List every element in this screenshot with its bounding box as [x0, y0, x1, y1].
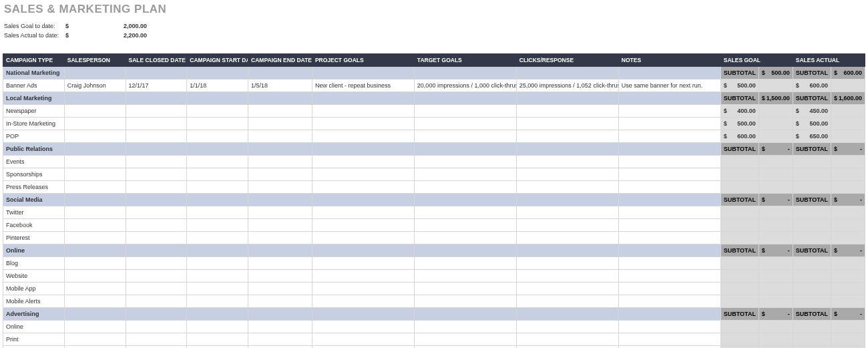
cell-sale-closed[interactable] [126, 130, 187, 143]
cell-sales-actual-blank[interactable] [831, 321, 865, 333]
cell-campaign-type[interactable]: Print [3, 333, 65, 346]
cell-sales-goal-label[interactable] [720, 295, 758, 308]
cell-salesperson[interactable] [64, 308, 126, 321]
cell-project-goals[interactable] [312, 308, 414, 321]
cell-campaign-type[interactable]: Events [3, 156, 65, 168]
cell-sales-goal-label[interactable] [720, 156, 758, 168]
cell-sale-closed[interactable] [126, 143, 187, 156]
cell-salesperson[interactable] [64, 143, 126, 156]
cell-salesperson[interactable] [64, 321, 126, 333]
cell-campaign-end[interactable] [248, 143, 312, 156]
cell-campaign-type[interactable]: Press Releases [3, 181, 65, 194]
cell-clicks-response[interactable] [516, 194, 618, 206]
cell-campaign-end[interactable] [248, 270, 312, 283]
cell-project-goals[interactable] [312, 270, 414, 283]
cell-campaign-end[interactable]: 1/5/18 [248, 79, 312, 92]
cell-sales-actual-label[interactable] [793, 346, 831, 349]
cell-sale-closed[interactable] [126, 181, 187, 194]
cell-sale-closed[interactable] [126, 283, 187, 295]
cell-campaign-start[interactable] [187, 206, 248, 219]
cell-target-goals[interactable] [414, 143, 516, 156]
cell-target-goals[interactable] [414, 333, 516, 346]
cell-campaign-start[interactable] [187, 270, 248, 283]
cell-clicks-response[interactable] [516, 92, 618, 105]
cell-sales-actual-label[interactable] [793, 295, 831, 308]
cell-campaign-start[interactable] [187, 143, 248, 156]
cell-salesperson[interactable] [64, 346, 126, 349]
cell-project-goals[interactable] [312, 333, 414, 346]
cell-target-goals[interactable] [414, 257, 516, 270]
cell-sales-actual-label[interactable] [793, 156, 831, 168]
cell-notes[interactable] [618, 232, 720, 244]
cell-target-goals[interactable] [414, 219, 516, 232]
cell-clicks-response[interactable] [516, 295, 618, 308]
cell-project-goals[interactable] [312, 219, 414, 232]
cell-target-goals[interactable] [414, 92, 516, 105]
cell-notes[interactable] [618, 130, 720, 143]
cell-campaign-end[interactable] [248, 67, 312, 79]
cell-sales-actual-blank[interactable] [831, 168, 865, 181]
cell-sales-actual-label[interactable] [793, 232, 831, 244]
cell-salesperson[interactable] [64, 232, 126, 244]
cell-sale-closed[interactable] [126, 257, 187, 270]
cell-salesperson[interactable] [64, 130, 126, 143]
cell-campaign-start[interactable] [187, 333, 248, 346]
cell-clicks-response[interactable] [516, 308, 618, 321]
cell-clicks-response[interactable]: 25,000 impressions / 1,052 click-thrus [516, 79, 618, 92]
cell-sales-actual-blank[interactable] [831, 257, 865, 270]
cell-campaign-type[interactable]: Newspaper [3, 105, 65, 118]
cell-campaign-start[interactable] [187, 130, 248, 143]
cell-target-goals[interactable] [414, 194, 516, 206]
cell-salesperson[interactable]: Craig Johnson [64, 79, 126, 92]
cell-project-goals[interactable] [312, 156, 414, 168]
cell-project-goals[interactable] [312, 194, 414, 206]
cell-clicks-response[interactable] [516, 283, 618, 295]
cell-sales-actual-label[interactable]: $500.00 [793, 118, 831, 130]
cell-sales-actual-label[interactable] [793, 283, 831, 295]
cell-notes[interactable] [618, 257, 720, 270]
cell-sales-goal-blank[interactable] [758, 295, 793, 308]
cell-clicks-response[interactable] [516, 257, 618, 270]
cell-project-goals[interactable] [312, 232, 414, 244]
cell-campaign-start[interactable] [187, 346, 248, 349]
cell-sales-actual-blank[interactable] [831, 219, 865, 232]
cell-project-goals[interactable] [312, 206, 414, 219]
cell-target-goals[interactable] [414, 156, 516, 168]
cell-salesperson[interactable] [64, 257, 126, 270]
cell-project-goals[interactable]: New client - repeat business [312, 79, 414, 92]
cell-campaign-end[interactable] [248, 219, 312, 232]
cell-sales-goal-blank[interactable] [758, 232, 793, 244]
cell-salesperson[interactable] [64, 156, 126, 168]
cell-target-goals[interactable]: 20,000 impressions / 1,000 click-thrus [414, 79, 516, 92]
cell-campaign-end[interactable] [248, 105, 312, 118]
cell-campaign-type[interactable]: Outdoor [3, 346, 65, 349]
cell-campaign-type[interactable]: National Marketing [3, 67, 65, 79]
cell-clicks-response[interactable] [516, 130, 618, 143]
cell-notes[interactable] [618, 194, 720, 206]
cell-notes[interactable] [618, 67, 720, 79]
cell-sales-goal-label[interactable]: $400.00 [720, 105, 758, 118]
cell-sales-goal-label[interactable] [720, 333, 758, 346]
cell-salesperson[interactable] [64, 206, 126, 219]
cell-campaign-type[interactable]: Local Marketing [3, 92, 65, 105]
cell-sales-goal-label[interactable] [720, 219, 758, 232]
cell-campaign-start[interactable] [187, 67, 248, 79]
cell-sales-actual-blank[interactable] [831, 118, 865, 130]
cell-campaign-type[interactable]: Sponsorships [3, 168, 65, 181]
cell-notes[interactable] [618, 219, 720, 232]
cell-sales-goal-label[interactable]: $500.00 [720, 79, 758, 92]
cell-campaign-start[interactable] [187, 194, 248, 206]
cell-sale-closed[interactable]: 12/1/17 [126, 79, 187, 92]
cell-campaign-end[interactable] [248, 244, 312, 257]
cell-sales-actual-blank[interactable] [831, 295, 865, 308]
cell-campaign-end[interactable] [248, 232, 312, 244]
cell-salesperson[interactable] [64, 244, 126, 257]
cell-campaign-type[interactable]: Pinterest [3, 232, 65, 244]
cell-salesperson[interactable] [64, 270, 126, 283]
cell-campaign-start[interactable] [187, 105, 248, 118]
cell-sales-goal-blank[interactable] [758, 118, 793, 130]
cell-salesperson[interactable] [64, 118, 126, 130]
cell-sales-actual-blank[interactable] [831, 283, 865, 295]
cell-sales-goal-label[interactable]: $500.00 [720, 118, 758, 130]
cell-salesperson[interactable] [64, 105, 126, 118]
